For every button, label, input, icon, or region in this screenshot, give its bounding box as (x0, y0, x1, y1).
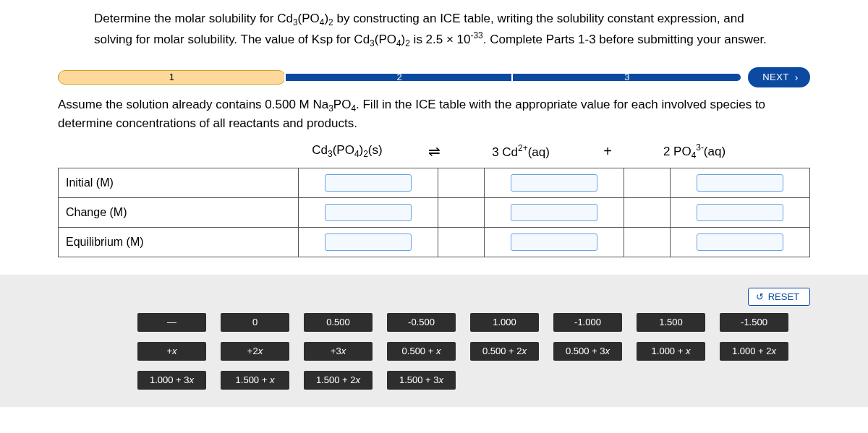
tile-n1[interactable]: -1.000 (553, 313, 622, 332)
drop-initial-cd[interactable] (511, 174, 597, 192)
drop-equil-lhs[interactable] (325, 233, 412, 251)
tile-n0p5[interactable]: -0.500 (387, 313, 456, 332)
step-2[interactable]: 2 (286, 74, 514, 81)
equation-header: Cd3(PO4)2(s) ⇌ 3 Cd2+(aq) + 2 PO43-(aq) (282, 142, 810, 160)
row-change-label: Change (M) (59, 197, 299, 227)
tile-n1p5[interactable]: -1.500 (720, 313, 788, 332)
problem-prompt: Determine the molar solubility for Cd3(P… (0, 0, 868, 63)
next-button[interactable]: NEXT › (748, 67, 810, 87)
tile-1p3x[interactable]: 1.000 + 3x (137, 371, 206, 390)
step-3-label: 3 (624, 72, 629, 82)
undo-icon: ↺ (756, 291, 764, 302)
step-bar: 1 2 3 NEXT › (0, 67, 868, 87)
tile-1p5p3x[interactable]: 1.500 + 3x (387, 371, 456, 390)
step-1[interactable]: 1 (58, 74, 286, 81)
tile-0p5px[interactable]: 0.500 + x (387, 342, 456, 361)
chevron-right-icon: › (795, 72, 799, 83)
tile-1[interactable]: 1.000 (470, 313, 539, 332)
step-3[interactable]: 3 (513, 74, 741, 81)
drop-change-cd[interactable] (511, 204, 597, 221)
drop-initial-po4[interactable] (697, 174, 783, 192)
step-1-label: 1 (169, 72, 174, 82)
reset-label: RESET (768, 291, 799, 302)
drop-change-po4[interactable] (697, 204, 783, 221)
row-equil-label: Equilibrium (M) (59, 227, 299, 257)
tile-0[interactable]: 0 (221, 313, 289, 332)
step-instruction: Assume the solution already contains 0.5… (0, 96, 868, 142)
tile-1p2x[interactable]: 1.000 + 2x (720, 342, 788, 361)
tile-dash[interactable]: — (137, 313, 206, 332)
answer-tile-tray: ↺ RESET — 0 0.500 -0.500 1.000 -1.000 1.… (0, 275, 868, 407)
tile-0p5p3x[interactable]: 0.500 + 3x (553, 342, 622, 361)
row-initial-label: Initial (M) (59, 168, 299, 197)
species-po4: 2 PO43-(aq) (629, 142, 760, 160)
drop-initial-lhs[interactable] (325, 174, 412, 192)
next-label: NEXT (762, 72, 789, 82)
species-lhs: Cd3(PO4)2(s) (282, 143, 412, 159)
reset-button[interactable]: ↺ RESET (748, 288, 810, 306)
tile-px[interactable]: +x (137, 342, 206, 361)
ice-table: Initial (M) Change (M) Equilibrium (M) (58, 168, 810, 257)
equilibrium-symbol: ⇌ (412, 142, 456, 160)
step-track: 1 2 3 (58, 74, 741, 81)
tile-1px[interactable]: 1.000 + x (637, 342, 705, 361)
tile-1p5p2x[interactable]: 1.500 + 2x (304, 371, 373, 390)
species-cd2plus: 3 Cd2+(aq) (456, 143, 586, 160)
drop-change-lhs[interactable] (325, 204, 412, 221)
step-2-label: 2 (396, 72, 401, 82)
tile-1p5px[interactable]: 1.500 + x (221, 371, 289, 390)
drop-equil-po4[interactable] (697, 233, 783, 251)
plus-symbol: + (586, 143, 629, 160)
tile-1p5[interactable]: 1.500 (637, 313, 705, 332)
drop-equil-cd[interactable] (511, 233, 597, 251)
tile-p2x[interactable]: +2x (221, 342, 289, 361)
tile-0p5p2x[interactable]: 0.500 + 2x (470, 342, 539, 361)
tile-p3x[interactable]: +3x (304, 342, 373, 361)
tile-0p5[interactable]: 0.500 (304, 313, 373, 332)
